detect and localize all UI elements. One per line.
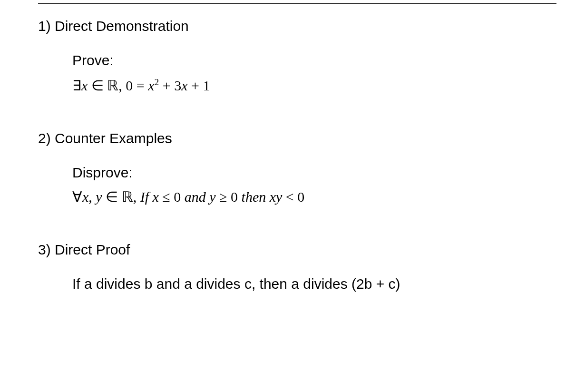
problem-2-title: 2) Counter Examples xyxy=(38,130,547,147)
problem-3-body: If a divides b and a divides c, then a d… xyxy=(38,276,547,292)
problem-2-body: Disprove: ∀x, y ∈ ℝ, If x ≤ 0 and y ≥ 0 … xyxy=(38,165,547,208)
problem-1-title: 1) Direct Demonstration xyxy=(38,18,547,34)
problem-2-instruction: Disprove: xyxy=(72,165,547,181)
problem-2-math: ∀x, y ∈ ℝ, If x ≤ 0 and y ≥ 0 then xy < … xyxy=(72,186,547,208)
problem-1-instruction: Prove: xyxy=(72,52,547,69)
problem-3-statement: If a divides b and a divides c, then a d… xyxy=(72,276,547,292)
problem-1: 1) Direct Demonstration Prove: ∃x ∈ ℝ, 0… xyxy=(38,18,547,97)
document-content: 1) Direct Demonstration Prove: ∃x ∈ ℝ, 0… xyxy=(0,4,585,292)
problem-3: 3) Direct Proof If a divides b and a div… xyxy=(38,242,547,292)
problem-1-math: ∃x ∈ ℝ, 0 = x2 + 3x + 1 xyxy=(72,74,547,97)
problem-1-body: Prove: ∃x ∈ ℝ, 0 = x2 + 3x + 1 xyxy=(38,52,547,97)
problem-2: 2) Counter Examples Disprove: ∀x, y ∈ ℝ,… xyxy=(38,130,547,208)
problem-3-title: 3) Direct Proof xyxy=(38,242,547,258)
